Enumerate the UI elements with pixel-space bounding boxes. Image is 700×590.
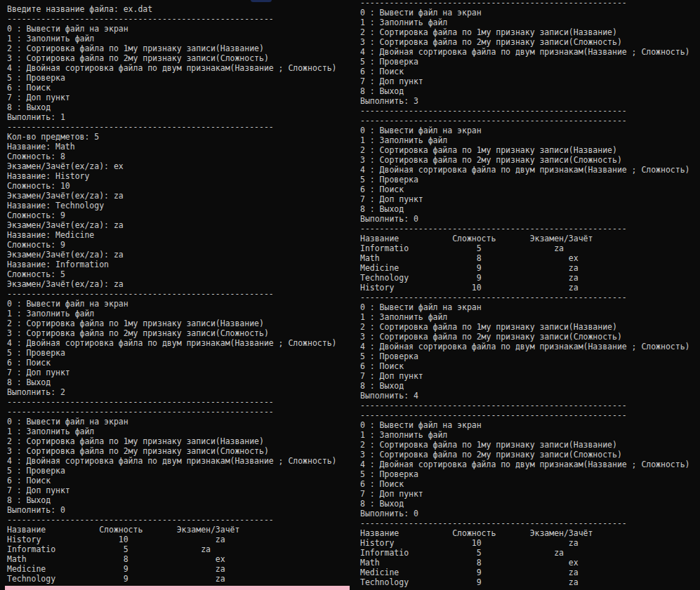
console-line: ----------------------------------------… [7,407,336,417]
console-line: Сложность: 8 [7,152,336,161]
console-line: 6 : Поиск [360,67,689,76]
console-line: 0 : Вывести файл на экран [360,8,689,18]
selection-highlight-bar [5,586,350,590]
console-line: Сложность: 9 [7,210,336,220]
console-line: Выполнить: 1 [7,112,336,122]
console-line: 5 : Проверка [360,175,689,185]
console-line: Technology 9 za [7,574,336,584]
console-line: 5 : Проверка [7,348,336,358]
console-output-left[interactable]: Введите название файла: ex.dat----------… [7,4,336,584]
console-line: Выполнить: 4 [360,391,689,401]
console-line: 6 : Поиск [360,479,689,489]
console-line: 4 : Двойная сортировка файла по двум при… [360,165,689,175]
console-line: Кол-во предметов: 5 [7,132,336,142]
console-line: 5 : Проверка [360,469,689,479]
console-line: 2 : Сортировка файла по 1му признаку зап… [7,319,336,328]
console-line: Выполнить: 0 [7,505,336,515]
console-line: 8 : Выход [360,499,689,509]
console-line: Название: Information [7,260,336,269]
console-line: 2 : Сортировка файла по 1му признаку зап… [360,145,689,155]
console-line: Math 8 ex [360,253,689,263]
console-line: Название: History [7,171,336,181]
console-line: ----------------------------------------… [360,0,689,8]
console-output-right[interactable]: ----------------------------------------… [360,0,689,587]
terminal-screen: Введите название файла: ex.dat----------… [0,0,700,590]
console-line: 2 : Сортировка файла по 1му признаку зап… [360,322,689,332]
console-line: 3 : Сортировка файла по 2му признаку зап… [7,53,336,63]
console-line: 3 : Сортировка файла по 2му признаку зап… [360,450,689,460]
console-line: 2 : Сортировка файла по 1му признаку зап… [7,436,336,446]
console-line: 3 : Сортировка файла по 2му признаку зап… [360,155,689,165]
console-line: Technology 9 za [360,273,689,283]
console-line: Math 8 ex [360,558,689,568]
console-line: Название Сложность Экзамен/Зачёт [360,234,689,243]
console-line: 1 : Заполнить файл [7,427,336,436]
console-line: 3 : Сортировка файла по 2му признаку зап… [360,332,689,342]
console-line: Экзамен/Зачёт(ex/za): za [7,279,336,289]
console-line: 5 : Проверка [360,351,689,361]
console-line: 2 : Сортировка файла по 1му признаку зап… [360,440,689,450]
console-line: ----------------------------------------… [360,224,689,234]
console-line: 6 : Поиск [7,476,336,485]
console-line: 4 : Двойная сортировка файла по двум при… [360,47,689,57]
console-line: 6 : Поиск [7,358,336,368]
console-line: Название Сложность Экзамен/Зачёт [7,525,336,535]
console-line: 8 : Выход [360,381,689,391]
console-line: 5 : Проверка [7,73,336,83]
console-line: Экзамен/Зачёт(ex/za): za [7,220,336,230]
console-line: History 10 za [7,535,336,544]
console-line: ----------------------------------------… [360,293,689,302]
console-line: 7 : Доп пункт [360,194,689,204]
console-line: 6 : Поиск [7,83,336,93]
console-line: 7 : Доп пункт [7,93,336,102]
console-line: 4 : Двойная сортировка файла по двум при… [7,456,336,466]
console-line: Название: Medicine [7,230,336,240]
console-line: ----------------------------------------… [7,397,336,407]
console-line: Экзамен/Зачёт(ex/za): ex [7,161,336,171]
console-line: 8 : Выход [7,377,336,387]
console-line: ----------------------------------------… [360,116,689,126]
console-line: 7 : Доп пункт [360,76,689,86]
console-line: 8 : Выход [360,204,689,214]
console-line: 0 : Вывести файл на экран [360,302,689,312]
console-line: Выполнить: 2 [7,387,336,397]
console-line: Informatio 5 za [360,548,689,558]
console-line: 4 : Двойная сортировка файла по двум при… [360,460,689,469]
console-line: Сложность: 10 [7,181,336,191]
console-line: 7 : Доп пункт [360,371,689,381]
console-line: 8 : Выход [7,102,336,112]
console-line: 2 : Сортировка файла по 1му признаку зап… [360,27,689,37]
console-line: Выполнить: 0 [360,509,689,518]
console-line: 7 : Доп пункт [7,485,336,495]
console-line: Informatio 5 za [7,544,336,554]
console-line: Math 8 ex [7,554,336,564]
console-line: 4 : Двойная сортировка файла по двум при… [360,342,689,351]
console-line: 7 : Доп пункт [7,368,336,377]
console-line: 3 : Сортировка файла по 2му признаку зап… [7,446,336,456]
console-line: 4 : Двойная сортировка файла по двум при… [7,63,336,73]
console-line: 1 : Заполнить файл [360,430,689,440]
console-line: 0 : Вывести файл на экран [7,417,336,427]
console-line: ----------------------------------------… [360,106,689,116]
console-line: 1 : Заполнить файл [360,312,689,322]
console-line: 0 : Вывести файл на экран [7,299,336,309]
console-line: ----------------------------------------… [360,410,689,420]
console-line: 7 : Доп пункт [360,489,689,499]
console-line: 5 : Проверка [7,466,336,476]
console-line: History 10 za [360,538,689,548]
console-line: 6 : Поиск [360,185,689,194]
console-line: Сложность: 9 [7,240,336,250]
console-line: 0 : Вывести файл на экран [7,24,336,34]
console-line: Informatio 5 za [360,243,689,253]
console-line: ----------------------------------------… [7,14,336,24]
console-line: ----------------------------------------… [7,289,336,299]
console-line: 5 : Проверка [360,57,689,67]
console-line: 8 : Выход [360,86,689,96]
console-line: History 10 za [360,283,689,293]
console-line: ----------------------------------------… [360,518,689,528]
console-line: ----------------------------------------… [360,401,689,410]
console-line: Экзамен/Зачёт(ex/za): za [7,250,336,260]
console-line: 8 : Выход [7,495,336,505]
console-line: Medicine 9 za [7,564,336,574]
console-line: 0 : Вывести файл на экран [360,420,689,430]
